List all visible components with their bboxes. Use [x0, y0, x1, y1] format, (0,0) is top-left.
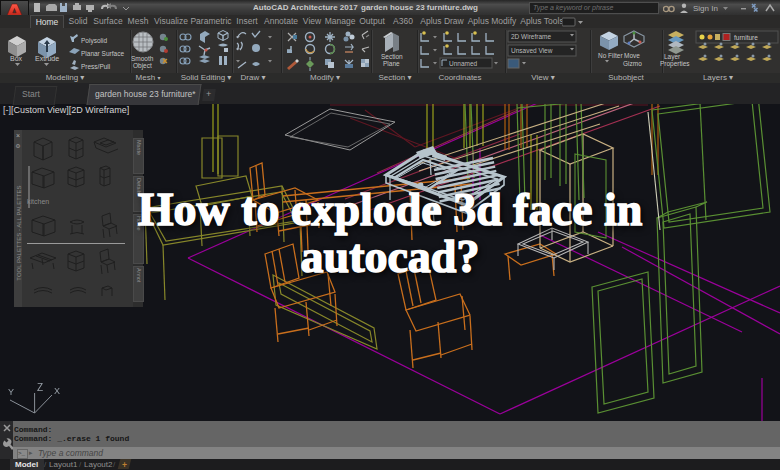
svg-text:Plane: Plane: [383, 60, 400, 67]
svg-text:Section: Section: [381, 53, 403, 60]
svg-text:Polysolid: Polysolid: [81, 37, 107, 45]
svg-text:Object: Object: [133, 62, 152, 70]
svg-text:No Filter: No Filter: [598, 52, 623, 59]
svg-text:Sign In: Sign In: [693, 4, 718, 13]
svg-text:Gizmo: Gizmo: [623, 60, 642, 67]
svg-text:Box: Box: [10, 55, 23, 62]
svg-text:Planar Surface: Planar Surface: [81, 50, 124, 57]
svg-text:2D Wireframe: 2D Wireframe: [511, 33, 551, 40]
svg-text:Z: Z: [37, 382, 43, 393]
svg-text:Press/Pull: Press/Pull: [81, 63, 111, 70]
svg-text:Extrude: Extrude: [35, 55, 59, 62]
svg-text:furniture: furniture: [734, 34, 758, 41]
svg-text:Unsaved View: Unsaved View: [511, 47, 553, 54]
svg-text:Unnamed: Unnamed: [449, 60, 478, 67]
svg-text:Smooth: Smooth: [131, 55, 154, 62]
svg-text:Properties: Properties: [660, 60, 690, 68]
svg-text:Move: Move: [624, 52, 640, 59]
svg-text:Y: Y: [8, 387, 14, 397]
svg-text:X: X: [54, 386, 60, 396]
